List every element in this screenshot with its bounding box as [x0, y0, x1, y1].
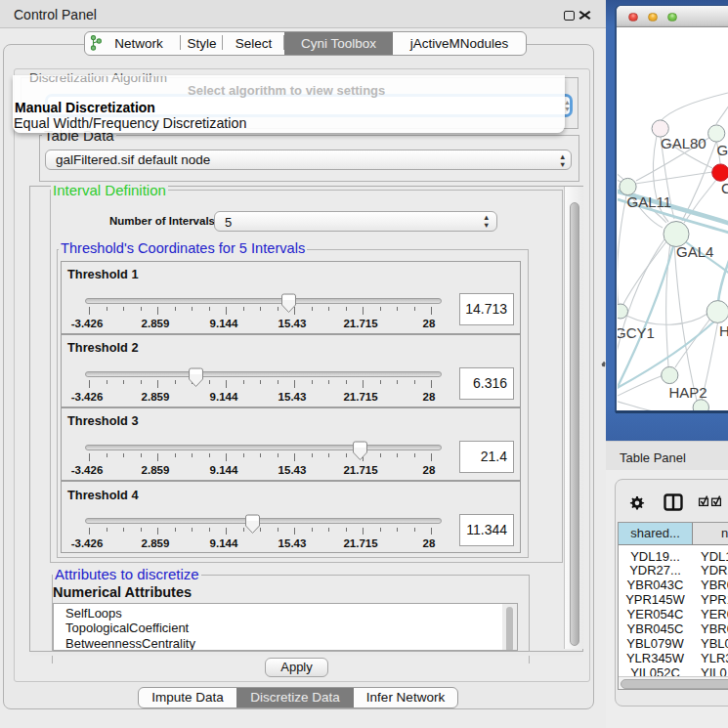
svg-text:CI: CI: [721, 180, 728, 196]
svg-text:GAL11: GAL11: [627, 193, 672, 210]
svg-text:GCY1: GCY1: [618, 324, 655, 341]
svg-text:HI: HI: [719, 322, 728, 339]
svg-text:GAL80: GAL80: [661, 135, 707, 151]
svg-text:HAP2: HAP2: [669, 384, 707, 401]
svg-text:G..: G..: [717, 142, 728, 158]
svg-text:GAL4: GAL4: [676, 243, 713, 260]
